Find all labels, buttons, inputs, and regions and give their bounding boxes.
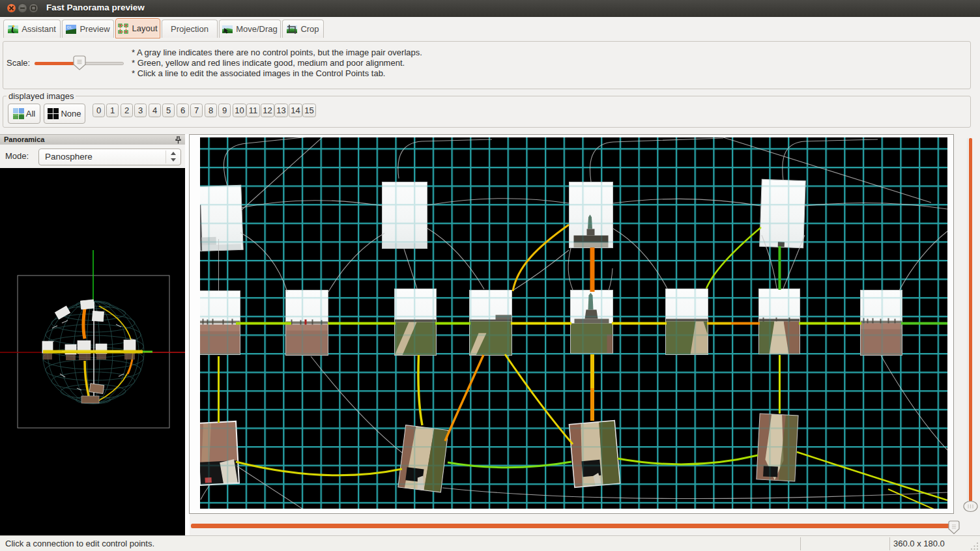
svg-text:GL: GL [67,25,73,29]
